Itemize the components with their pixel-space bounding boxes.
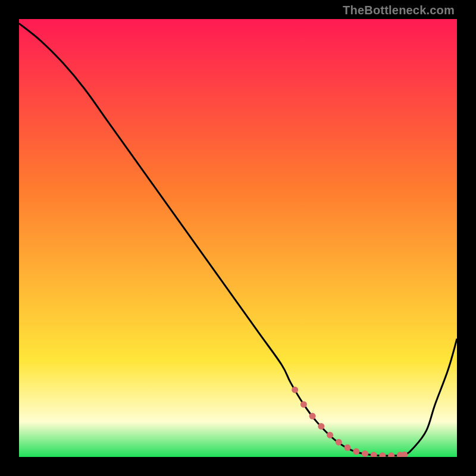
optimal-dot [300, 401, 307, 408]
watermark-text: TheBottleneck.com [343, 4, 455, 17]
optimal-dot [318, 423, 324, 430]
optimal-dot [336, 439, 342, 446]
optimal-dot [309, 413, 316, 419]
chart-frame: TheBottleneck.com [0, 0, 476, 476]
gradient-background [19, 19, 457, 457]
optimal-dot [345, 444, 351, 451]
bottleneck-chart [19, 19, 457, 457]
optimal-dot [362, 450, 368, 457]
optimal-dot [353, 448, 359, 455]
optimal-dot [292, 387, 298, 393]
optimal-dot [327, 432, 333, 439]
